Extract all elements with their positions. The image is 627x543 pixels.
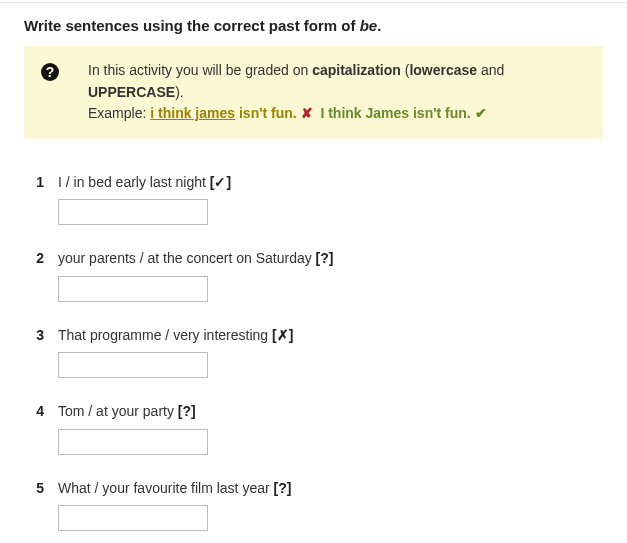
prompt-mark: [✗]: [272, 327, 293, 343]
question-body: your parents / at the concert on Saturda…: [58, 247, 603, 315]
check-icon: ✔: [475, 105, 487, 121]
example-wrong-text: i think james: [150, 105, 235, 121]
prompt-text: I / in bed early last night: [58, 174, 210, 190]
question-row: 1 I / in bed early last night [✓]: [24, 171, 603, 239]
question-number: 2: [24, 247, 58, 269]
hint-uppercase: UPPERCASE: [88, 84, 175, 100]
prompt-mark: [?]: [274, 480, 292, 496]
prompt-mark: [?]: [316, 250, 334, 266]
question-row: 5 What / your favourite film last year […: [24, 477, 603, 543]
hint-paren-close: ).: [175, 84, 184, 100]
x-icon: ✘: [301, 105, 313, 121]
prompt-text: What / your favourite film last year: [58, 480, 274, 496]
answer-input[interactable]: [58, 199, 208, 225]
hint-example-label: Example:: [88, 105, 150, 121]
prompt-text: Tom / at your party: [58, 403, 178, 419]
exercise-container: Write sentences using the correct past f…: [0, 2, 627, 543]
question-prompt: your parents / at the concert on Saturda…: [58, 247, 603, 269]
question-prompt: That programme / very interesting [✗]: [58, 324, 603, 346]
question-number: 5: [24, 477, 58, 499]
hint-line1-pre: In this activity you will be graded on: [88, 62, 312, 78]
prompt-mark: [✓]: [210, 174, 231, 190]
question-prompt: I / in bed early last night [✓]: [58, 171, 603, 193]
example-right-text: I think James isn't fun.: [320, 105, 470, 121]
answer-input[interactable]: [58, 505, 208, 531]
exercise-title: Write sentences using the correct past f…: [24, 17, 603, 34]
question-body: That programme / very interesting [✗]: [58, 324, 603, 392]
question-row: 2 your parents / at the concert on Satur…: [24, 247, 603, 315]
prompt-text: That programme / very interesting: [58, 327, 272, 343]
title-suffix: .: [377, 17, 381, 34]
question-body: I / in bed early last night [✓]: [58, 171, 603, 239]
question-number: 3: [24, 324, 58, 346]
answer-input[interactable]: [58, 429, 208, 455]
question-prompt: What / your favourite film last year [?]: [58, 477, 603, 499]
hint-capitalization: capitalization: [312, 62, 401, 78]
answer-input[interactable]: [58, 352, 208, 378]
question-body: What / your favourite film last year [?]: [58, 477, 603, 543]
title-be: be: [360, 17, 378, 34]
hint-lowercase: lowercase: [409, 62, 477, 78]
questions-list: 1 I / in bed early last night [✓] 2 your…: [24, 171, 603, 543]
svg-text:?: ?: [46, 64, 55, 80]
question-body: Tom / at your party [?]: [58, 400, 603, 468]
hint-and: and: [477, 62, 504, 78]
hint-text: In this activity you will be graded on c…: [88, 60, 585, 125]
help-icon: ?: [40, 62, 60, 125]
question-row: 3 That programme / very interesting [✗]: [24, 324, 603, 392]
answer-input[interactable]: [58, 276, 208, 302]
prompt-mark: [?]: [178, 403, 196, 419]
hint-box: ? In this activity you will be graded on…: [24, 46, 603, 139]
question-row: 4 Tom / at your party [?]: [24, 400, 603, 468]
example-wrong-tail: isn't fun.: [235, 105, 297, 121]
question-prompt: Tom / at your party [?]: [58, 400, 603, 422]
prompt-text: your parents / at the concert on Saturda…: [58, 250, 316, 266]
title-prefix: Write sentences using the correct past f…: [24, 17, 360, 34]
question-number: 4: [24, 400, 58, 422]
question-number: 1: [24, 171, 58, 193]
